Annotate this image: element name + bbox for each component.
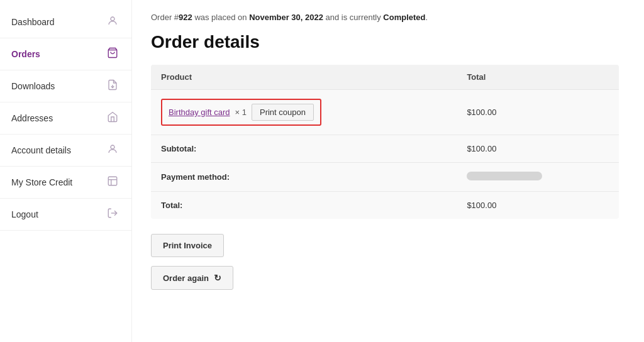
order-number: 922 bbox=[179, 13, 192, 22]
total-label: Total: bbox=[151, 192, 457, 219]
product-qty: × 1 bbox=[235, 108, 247, 117]
table-row-total: Total: $100.00 bbox=[151, 192, 619, 219]
total-value: $100.00 bbox=[457, 192, 619, 219]
order-table: Product Total Birthday gift card × 1 Pri… bbox=[151, 65, 619, 219]
addresses-icon bbox=[105, 111, 120, 125]
col-total: Total bbox=[457, 65, 619, 90]
product-link[interactable]: Birthday gift card bbox=[169, 108, 230, 117]
print-coupon-button[interactable]: Print coupon bbox=[252, 104, 314, 121]
downloads-icon bbox=[105, 79, 120, 93]
product-total: $100.00 bbox=[457, 90, 619, 135]
order-suffix: and is currently bbox=[323, 13, 383, 22]
order-end: . bbox=[425, 13, 428, 22]
order-mid: was placed on bbox=[192, 13, 249, 22]
sidebar: Dashboard Orders Downloads Addresses bbox=[0, 0, 132, 342]
order-date: November 30, 2022 bbox=[249, 13, 323, 22]
sidebar-item-account-details[interactable]: Account details bbox=[0, 135, 131, 167]
order-again-button[interactable]: Order again ↻ bbox=[151, 266, 233, 290]
table-row-payment: Payment method: bbox=[151, 163, 619, 192]
order-prefix: Order # bbox=[151, 13, 179, 22]
sidebar-item-my-store-credit[interactable]: My Store Credit bbox=[0, 167, 131, 199]
logout-icon bbox=[105, 207, 120, 221]
order-status: Completed bbox=[383, 13, 425, 22]
product-cell: Birthday gift card × 1 Print coupon bbox=[151, 90, 457, 135]
payment-label: Payment method: bbox=[151, 163, 457, 192]
payment-value bbox=[457, 163, 619, 192]
orders-icon bbox=[105, 47, 120, 61]
sidebar-item-logout[interactable]: Logout bbox=[0, 199, 131, 231]
main-content: Order #922 was placed on November 30, 20… bbox=[132, 0, 644, 342]
dashboard-icon bbox=[105, 15, 120, 29]
order-status-bar: Order #922 was placed on November 30, 20… bbox=[151, 13, 619, 22]
refresh-icon: ↻ bbox=[214, 273, 221, 283]
table-header-row: Product Total bbox=[151, 65, 619, 90]
order-again-label: Order again bbox=[163, 273, 209, 283]
action-buttons: Print Invoice Order again ↻ bbox=[151, 234, 619, 290]
svg-rect-4 bbox=[108, 177, 117, 185]
sidebar-item-dashboard[interactable]: Dashboard bbox=[0, 6, 131, 38]
account-details-icon bbox=[105, 143, 120, 157]
table-row-product: Birthday gift card × 1 Print coupon $100… bbox=[151, 90, 619, 135]
sidebar-item-addresses[interactable]: Addresses bbox=[0, 102, 131, 135]
svg-point-0 bbox=[111, 17, 114, 21]
col-product: Product bbox=[151, 65, 457, 90]
sidebar-item-orders[interactable]: Orders bbox=[0, 38, 131, 70]
subtotal-value: $100.00 bbox=[457, 135, 619, 163]
store-credit-icon bbox=[105, 175, 120, 189]
subtotal-label: Subtotal: bbox=[151, 135, 457, 163]
page-title: Order details bbox=[151, 32, 619, 52]
payment-blurred bbox=[467, 172, 542, 180]
sidebar-item-downloads[interactable]: Downloads bbox=[0, 70, 131, 102]
table-row-subtotal: Subtotal: $100.00 bbox=[151, 135, 619, 163]
print-invoice-button[interactable]: Print Invoice bbox=[151, 234, 224, 257]
svg-point-3 bbox=[111, 145, 114, 149]
highlight-box: Birthday gift card × 1 Print coupon bbox=[161, 99, 321, 126]
